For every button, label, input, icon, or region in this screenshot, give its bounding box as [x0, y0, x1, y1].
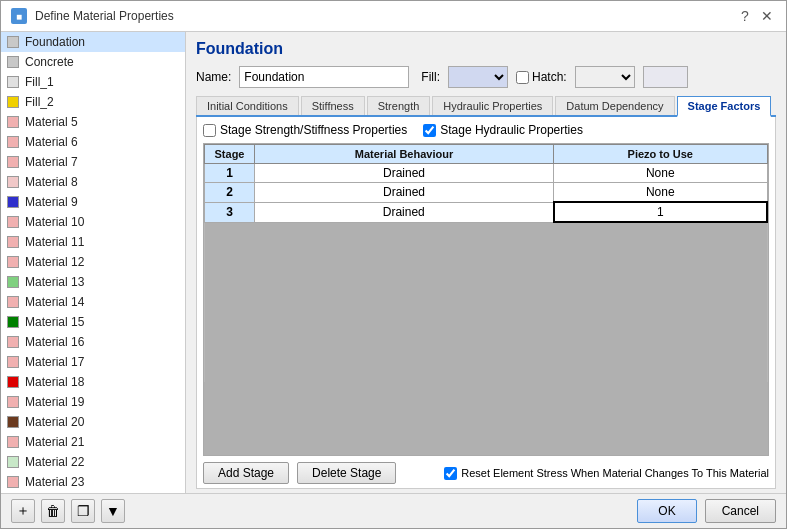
plus-icon: ＋ [16, 502, 30, 520]
reset-checkbox[interactable] [444, 467, 457, 480]
strength-stiffness-checkbox-label: Stage Strength/Stiffness Properties [203, 123, 407, 137]
tab-hydraulic-properties[interactable]: Hydraulic Properties [432, 96, 553, 115]
strength-stiffness-checkbox[interactable] [203, 124, 216, 137]
sidebar-item-material-8[interactable]: Material 8 [1, 172, 185, 192]
color-swatch [7, 356, 19, 368]
empty-row [205, 302, 768, 322]
title-controls: ? ✕ [736, 7, 776, 25]
color-swatch [7, 336, 19, 348]
color-swatch [7, 376, 19, 388]
stage-table-wrapper: Stage Material Behaviour Piezo to Use 1D… [203, 143, 769, 456]
add-stage-button[interactable]: Add Stage [203, 462, 289, 484]
sidebar-item-fill_2[interactable]: Fill_2 [1, 92, 185, 112]
sidebar-item-label: Foundation [25, 35, 85, 49]
color-swatch [7, 56, 19, 68]
behaviour-cell[interactable]: Drained [255, 202, 554, 222]
sidebar-item-material-16[interactable]: Material 16 [1, 332, 185, 352]
piezo-cell[interactable]: None [554, 183, 767, 203]
copy-material-button[interactable]: ❐ [71, 499, 95, 523]
tab-content-stage-factors: Stage Strength/Stiffness Properties Stag… [196, 117, 776, 489]
tab-strength[interactable]: Strength [367, 96, 431, 115]
color-swatch [7, 76, 19, 88]
filter-button[interactable]: ▼ [101, 499, 125, 523]
sidebar-item-material-13[interactable]: Material 13 [1, 272, 185, 292]
color-swatch [7, 216, 19, 228]
add-material-button[interactable]: ＋ [11, 499, 35, 523]
sidebar-item-label: Fill_2 [25, 95, 54, 109]
sidebar-item-label: Material 21 [25, 435, 84, 449]
empty-row [205, 262, 768, 282]
sidebar-item-label: Material 18 [25, 375, 84, 389]
delete-stage-button[interactable]: Delete Stage [297, 462, 396, 484]
sidebar-item-material-17[interactable]: Material 17 [1, 352, 185, 372]
color-swatch [7, 236, 19, 248]
color-swatch [7, 176, 19, 188]
hydraulic-checkbox[interactable] [423, 124, 436, 137]
sidebar-item-foundation[interactable]: Foundation [1, 32, 185, 52]
piezo-cell[interactable]: None [554, 164, 767, 183]
sidebar-item-material-14[interactable]: Material 14 [1, 292, 185, 312]
sidebar-item-material-22[interactable]: Material 22 [1, 452, 185, 472]
material-list: FoundationConcreteFill_1Fill_2Material 5… [1, 32, 186, 493]
hatch-dropdown[interactable] [575, 66, 635, 88]
main-content: FoundationConcreteFill_1Fill_2Material 5… [1, 32, 786, 493]
sidebar-item-material-6[interactable]: Material 6 [1, 132, 185, 152]
sidebar-item-label: Material 19 [25, 395, 84, 409]
sidebar-item-label: Material 22 [25, 455, 84, 469]
color-swatch [7, 476, 19, 488]
sidebar-item-material-9[interactable]: Material 9 [1, 192, 185, 212]
behaviour-cell[interactable]: Drained [255, 183, 554, 203]
tab-stiffness[interactable]: Stiffness [301, 96, 365, 115]
panel-title: Foundation [196, 40, 776, 58]
copy-icon: ❐ [77, 503, 90, 519]
sidebar-item-concrete[interactable]: Concrete [1, 52, 185, 72]
hatch-checkbox[interactable] [516, 71, 529, 84]
cancel-button[interactable]: Cancel [705, 499, 776, 523]
sidebar-item-material-21[interactable]: Material 21 [1, 432, 185, 452]
color-swatch [7, 276, 19, 288]
help-button[interactable]: ? [736, 7, 754, 25]
dialog: ■ Define Material Properties ? ✕ Foundat… [0, 0, 787, 529]
sidebar-item-material-19[interactable]: Material 19 [1, 392, 185, 412]
sidebar-item-label: Material 12 [25, 255, 84, 269]
color-swatch [7, 196, 19, 208]
sidebar-item-fill_1[interactable]: Fill_1 [1, 72, 185, 92]
name-input[interactable] [239, 66, 409, 88]
right-panel: Foundation Name: Fill: Hatch: Ini [186, 32, 786, 493]
sidebar-item-label: Material 14 [25, 295, 84, 309]
sidebar-item-material-23[interactable]: Material 23 [1, 472, 185, 492]
color-swatch [7, 136, 19, 148]
delete-material-button[interactable]: 🗑 [41, 499, 65, 523]
title-bar: ■ Define Material Properties ? ✕ [1, 1, 786, 32]
hatch-checkbox-label: Hatch: [516, 70, 567, 84]
sidebar-item-material-20[interactable]: Material 20 [1, 412, 185, 432]
sidebar-item-material-10[interactable]: Material 10 [1, 212, 185, 232]
color-swatch [7, 116, 19, 128]
color-swatch [7, 316, 19, 328]
app-icon: ■ [11, 8, 27, 24]
color-swatch [7, 296, 19, 308]
tab-initial-conditions[interactable]: Initial Conditions [196, 96, 299, 115]
tab-stage-factors[interactable]: Stage Factors [677, 96, 772, 117]
ok-button[interactable]: OK [637, 499, 696, 523]
behaviour-cell[interactable]: Drained [255, 164, 554, 183]
sidebar-item-material-15[interactable]: Material 15 [1, 312, 185, 332]
sidebar-item-material-7[interactable]: Material 7 [1, 152, 185, 172]
stage-table: Stage Material Behaviour Piezo to Use 1D… [204, 144, 768, 382]
stage-options: Stage Strength/Stiffness Properties Stag… [203, 123, 769, 137]
sidebar-item-label: Material 8 [25, 175, 78, 189]
sidebar-item-label: Material 23 [25, 475, 84, 489]
name-label: Name: [196, 70, 231, 84]
piezo-cell[interactable]: 1 [554, 202, 767, 222]
close-button[interactable]: ✕ [758, 7, 776, 25]
fill-dropdown[interactable] [448, 66, 508, 88]
sidebar-item-material-18[interactable]: Material 18 [1, 372, 185, 392]
sidebar-item-material-12[interactable]: Material 12 [1, 252, 185, 272]
sidebar-item-label: Material 7 [25, 155, 78, 169]
tab-datum-dependency[interactable]: Datum Dependency [555, 96, 674, 115]
footer: ＋ 🗑 ❐ ▼ OK Cancel [1, 493, 786, 528]
hatch-color-swatch [643, 66, 688, 88]
sidebar-item-material-5[interactable]: Material 5 [1, 112, 185, 132]
empty-row [205, 242, 768, 262]
sidebar-item-material-11[interactable]: Material 11 [1, 232, 185, 252]
